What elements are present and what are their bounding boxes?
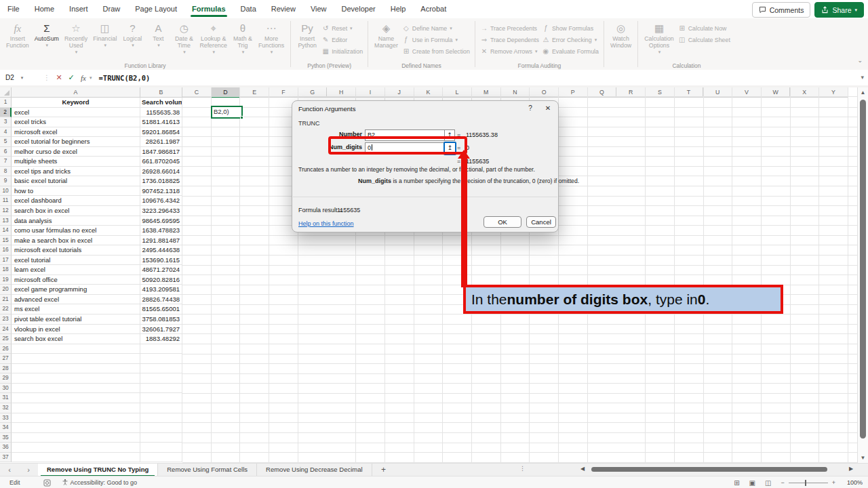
row-header-15[interactable]: 15 (0, 236, 12, 246)
cell-B14[interactable]: 1638.478823 (140, 226, 182, 236)
cell-A17[interactable]: excel tutorial (12, 256, 140, 266)
ribbon-tab-data[interactable]: Data (233, 1, 264, 18)
cell-A3[interactable]: excel tricks (12, 117, 140, 127)
calculate-now-button[interactable]: ⊞Calculate Now (677, 22, 732, 34)
next-sheet-icon[interactable]: › (19, 464, 38, 476)
cell-B31[interactable] (140, 393, 182, 403)
row-header-2[interactable]: 2 (0, 108, 12, 118)
row-header-6[interactable]: 6 (0, 147, 12, 157)
row-header-34[interactable]: 34 (0, 423, 12, 433)
cell-A34[interactable] (12, 423, 140, 433)
formula-input[interactable]: =TRUNC(B2,0) (99, 74, 151, 82)
cell-B5[interactable]: 28261.1987 (140, 137, 182, 147)
cell-B35[interactable] (140, 433, 182, 443)
cell-B33[interactable] (140, 413, 182, 424)
row-header-31[interactable]: 31 (0, 393, 12, 403)
column-header-C[interactable]: C (182, 87, 212, 98)
cell-A22[interactable]: ms excel (12, 304, 140, 314)
row-header-14[interactable]: 14 (0, 226, 12, 236)
tab-splitter-handle-icon[interactable]: ⋮ (519, 465, 526, 472)
column-header-D[interactable]: D (212, 87, 241, 98)
row-header-26[interactable]: 26 (0, 344, 12, 354)
column-header-F[interactable]: F (269, 87, 298, 98)
expand-formula-bar-icon[interactable]: ▾ (861, 70, 864, 85)
row-header-21[interactable]: 21 (0, 295, 12, 305)
cell-B9[interactable]: 1736.018825 (140, 176, 182, 186)
cell-B25[interactable]: 1883.48292 (140, 334, 182, 344)
macro-record-icon[interactable] (43, 479, 51, 487)
page-layout-view-icon[interactable]: ▣ (749, 479, 755, 487)
trace-precedents-button[interactable]: →Trace Precedents (479, 22, 540, 34)
cell-B23[interactable]: 3758.081853 (140, 314, 182, 325)
horizontal-scrollbar[interactable] (589, 466, 846, 473)
ribbon-tab-developer[interactable]: Developer (334, 1, 383, 18)
cell-A9[interactable]: basic excel tutorial (12, 176, 140, 186)
initialization-button[interactable]: ▦Initialization (320, 45, 364, 57)
cell-B6[interactable]: 1847.986817 (140, 147, 182, 157)
logical-button[interactable]: ?Logical ▾ (119, 20, 145, 50)
error-checking-button[interactable]: ⚠Error Checking▾ (540, 34, 600, 45)
cell-B10[interactable]: 907452.1318 (140, 186, 182, 197)
row-header-8[interactable]: 8 (0, 167, 12, 177)
new-sheet-button[interactable]: + (372, 464, 395, 476)
cancel-entry-icon[interactable]: ✕ (53, 73, 65, 82)
column-header-L[interactable]: L (443, 87, 472, 98)
ribbon-tab-formulas[interactable]: Formulas (184, 1, 233, 18)
zoom-slider-thumb[interactable] (805, 480, 806, 486)
row-header-10[interactable]: 10 (0, 186, 12, 197)
row-header-4[interactable]: 4 (0, 127, 12, 138)
calculation-options-button[interactable]: ▦Calculation Options ▾ (642, 20, 677, 57)
dialog-close-icon[interactable]: ✕ (543, 104, 553, 112)
cell-A8[interactable]: excel tips and tricks (12, 167, 140, 177)
cell-B16[interactable]: 2495.444638 (140, 245, 182, 256)
cell-A16[interactable]: microsoft excel tutorials (12, 245, 140, 256)
insert-python-button[interactable]: PyInsert Python (294, 20, 320, 50)
show-formulas-button[interactable]: ƒShow Formulas (540, 22, 600, 34)
row-header-7[interactable]: 7 (0, 157, 12, 167)
cell-B17[interactable]: 153690.1615 (140, 256, 182, 266)
fill-handle[interactable] (240, 116, 243, 119)
cell-B3[interactable]: 51881.41613 (140, 117, 182, 127)
zoom-slider[interactable]: − + (781, 479, 835, 486)
row-header-16[interactable]: 16 (0, 245, 12, 256)
ribbon-tab-insert[interactable]: Insert (62, 1, 96, 18)
cell-A24[interactable]: vlookup in excel (12, 325, 140, 335)
row-header-20[interactable]: 20 (0, 285, 12, 295)
cell-A4[interactable]: microsoft excel (12, 127, 140, 138)
row-header-11[interactable]: 11 (0, 196, 12, 206)
name-box[interactable]: D2 ▾ (0, 74, 41, 81)
row-header-19[interactable]: 19 (0, 275, 12, 285)
ok-button[interactable]: OK (484, 216, 521, 228)
sheet-tab-remove-using-decrease-decimal[interactable]: Remove Using Decrease Decimal (257, 464, 372, 476)
help-on-function-link[interactable]: Help on this function (298, 220, 354, 227)
cell-B20[interactable]: 4193.209581 (140, 285, 182, 295)
cell-B13[interactable]: 98645.69595 (140, 216, 182, 226)
define-name-button[interactable]: ◇Define Name▾ (401, 22, 471, 34)
scroll-right-icon[interactable]: ▶ (849, 466, 853, 472)
cell-A23[interactable]: pivot table excel tutorial (12, 314, 140, 325)
row-header-32[interactable]: 32 (0, 403, 12, 413)
trace-dependents-button[interactable]: ⇒Trace Dependents (479, 34, 540, 45)
cell-B24[interactable]: 326061.7927 (140, 325, 182, 335)
cell-B19[interactable]: 50920.82816 (140, 275, 182, 285)
cell-B21[interactable]: 28826.74438 (140, 295, 182, 305)
cell-B30[interactable] (140, 384, 182, 394)
math-and-trig-button[interactable]: θMath & Trig ▾ (230, 20, 256, 57)
ribbon-tab-acrobat[interactable]: Acrobat (413, 1, 454, 18)
cell-A19[interactable]: microsoft office (12, 275, 140, 285)
row-header-23[interactable]: 23 (0, 314, 12, 325)
date-and-time-button[interactable]: ◷Date & Time ▾ (171, 20, 197, 57)
financial-button[interactable]: ◫Financial ▾ (90, 20, 119, 50)
comments-button[interactable]: Comments (752, 2, 811, 18)
row-header-29[interactable]: 29 (0, 373, 12, 384)
cell-A2[interactable]: excel (12, 108, 140, 118)
active-cell-d2[interactable]: B2,0) (211, 106, 243, 119)
remove-arrows-button[interactable]: ✕Remove Arrows▾ (479, 45, 540, 57)
dialog-help-button[interactable]: ? (526, 104, 535, 112)
watch-window-button[interactable]: ◎Watch Window (608, 20, 634, 50)
cell-A10[interactable]: how to (12, 186, 140, 197)
name-manager-button[interactable]: ◈Name Manager (372, 20, 401, 50)
cell-B27[interactable] (140, 354, 182, 364)
column-header-K[interactable]: K (414, 87, 443, 98)
vertical-scrollbar[interactable]: ▲ ▼ (857, 87, 868, 463)
